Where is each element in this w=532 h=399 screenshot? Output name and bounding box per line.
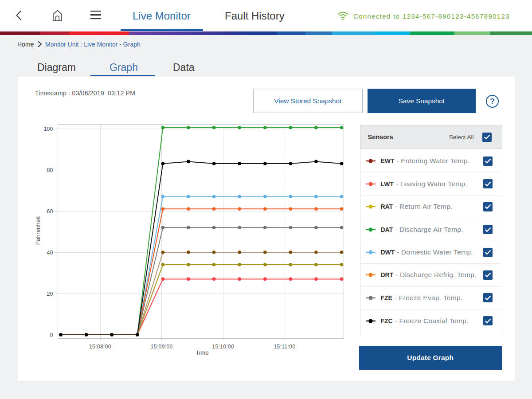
svg-text:80: 80 — [47, 167, 53, 173]
svg-text:60: 60 — [47, 208, 53, 215]
svg-text:15:10:00: 15:10:00 — [212, 344, 234, 350]
svg-text:0: 0 — [50, 332, 53, 338]
svg-text:40: 40 — [47, 250, 53, 256]
svg-text:15:09:00: 15:09:00 — [151, 344, 173, 350]
svg-text:100: 100 — [44, 126, 53, 132]
svg-text:Fahrenheit: Fahrenheit — [35, 216, 41, 245]
svg-text:15:11:00: 15:11:00 — [274, 344, 295, 350]
svg-text:Time: Time — [196, 349, 209, 356]
svg-text:20: 20 — [47, 291, 53, 297]
svg-text:15:08:00: 15:08:00 — [89, 344, 111, 350]
